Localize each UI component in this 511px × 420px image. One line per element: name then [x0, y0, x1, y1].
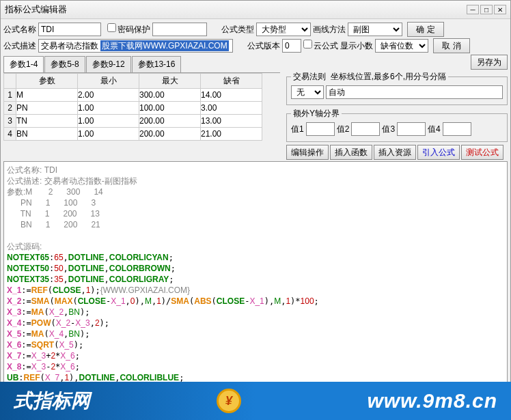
param-min-input[interactable] — [78, 128, 139, 140]
version-input[interactable] — [282, 39, 301, 53]
pwd-protect-check[interactable] — [107, 23, 116, 32]
watermark-banner: 式指标网 ¥ www.9m8.cn — [0, 382, 511, 420]
tab-params-13-16[interactable]: 参数13-16 — [132, 56, 182, 72]
param-name-input[interactable] — [16, 102, 77, 114]
decimal-label: 显示小数 — [340, 40, 373, 52]
code-editor[interactable]: 公式名称: TDI 公式描述: 交易者动态指数-副图指标 参数:M 2 300 … — [3, 161, 508, 399]
pwd-input[interactable] — [152, 23, 207, 36]
edit-op-button[interactable]: 编辑操作 — [286, 145, 329, 160]
draw-method-select[interactable]: 副图 — [348, 23, 402, 36]
test-formula-button[interactable]: 测试公式 — [461, 145, 503, 160]
cancel-button[interactable]: 取 消 — [433, 38, 470, 53]
save-as-button[interactable]: 另存为 — [471, 55, 508, 70]
insert-fn-button[interactable]: 插入函数 — [330, 145, 372, 160]
import-formula-button[interactable]: 引入公式 — [417, 145, 460, 160]
val1-input[interactable] — [306, 122, 335, 136]
val3-input[interactable] — [397, 122, 426, 136]
param-row: 1 — [4, 89, 262, 102]
param-name-input[interactable] — [16, 89, 77, 101]
coin-icon: ¥ — [217, 389, 241, 413]
draw-method-label: 画线方法 — [313, 24, 346, 36]
param-min-input[interactable] — [78, 115, 139, 127]
tab-params-9-12[interactable]: 参数9-12 — [86, 56, 131, 72]
close-button[interactable]: ✕ — [494, 5, 506, 14]
coord-input[interactable] — [326, 85, 503, 99]
val4-input[interactable] — [443, 122, 471, 136]
param-def-input[interactable] — [201, 115, 262, 127]
param-row: 3 — [4, 115, 262, 128]
window-title: 指标公式编辑器 — [5, 3, 467, 16]
param-max-input[interactable] — [139, 89, 200, 101]
param-def-input[interactable] — [201, 89, 262, 101]
tab-params-1-4[interactable]: 参数1-4 — [3, 56, 44, 72]
param-def-input[interactable] — [201, 102, 262, 114]
trade-rule-group: 交易法则 坐标线位置,最多6个,用分号分隔 无 — [286, 71, 508, 105]
ok-button[interactable]: 确 定 — [407, 22, 444, 37]
formula-desc-label: 公式描述 — [3, 40, 36, 52]
rule-select[interactable]: 无 — [291, 85, 324, 99]
formula-type-label: 公式类型 — [221, 24, 254, 36]
formula-type-select[interactable]: 大势型 — [256, 23, 311, 36]
formula-ver-label: 公式版本 — [247, 40, 280, 52]
titlebar: 指标公式编辑器 ─ □ ✕ — [1, 1, 510, 19]
param-max-input[interactable] — [139, 115, 200, 127]
param-name-input[interactable] — [16, 128, 77, 140]
formula-name-label: 公式名称 — [3, 24, 36, 36]
insert-res-button[interactable]: 插入资源 — [374, 145, 416, 160]
param-row: 2 — [4, 102, 262, 115]
param-min-input[interactable] — [78, 89, 139, 101]
maximize-button[interactable]: □ — [480, 5, 493, 14]
val2-input[interactable] — [351, 122, 380, 136]
param-tabs: 参数1-4 参数5-8 参数9-12 参数13-16 — [3, 56, 280, 73]
minimize-button[interactable]: ─ — [467, 5, 479, 14]
formula-desc-input[interactable]: 交易者动态指数 股票下载网WWW.GPXIAZAI.COM — [38, 39, 233, 53]
param-min-input[interactable] — [78, 102, 139, 114]
extra-y-group: 额外Y轴分界 值1 值2 值3 值4 — [286, 108, 508, 142]
param-max-input[interactable] — [139, 102, 200, 114]
tab-params-5-8[interactable]: 参数5-8 — [44, 56, 85, 72]
param-row: 4 — [4, 128, 262, 141]
param-name-input[interactable] — [16, 115, 77, 127]
decimal-select[interactable]: 缺省位数 — [375, 39, 428, 53]
param-grid: 参数最小最大缺省1234 — [3, 73, 262, 141]
cloud-check[interactable] — [303, 40, 312, 48]
editor-window: 指标公式编辑器 ─ □ ✕ 公式名称 密码保护 公式类型 大势型 画线方法 副图… — [0, 0, 511, 419]
param-def-input[interactable] — [201, 128, 262, 140]
param-max-input[interactable] — [139, 128, 200, 140]
formula-name-input[interactable] — [38, 23, 101, 36]
